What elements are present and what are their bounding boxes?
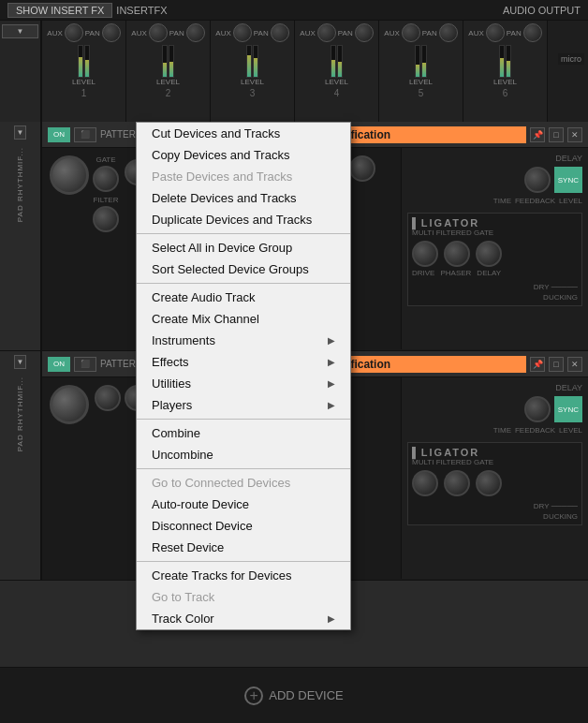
menu-item-disconnect[interactable]: Disconnect Device [137,515,350,537]
dev2-delay-sync-btn[interactable]: SYNC [554,396,582,422]
rack-channel-5: AUX PAN LEVEL 5 [379,21,463,124]
dev-track-label-1: PAD RHYTHMIF... [16,147,24,222]
ch-pan-knob-6[interactable] [523,23,542,42]
ch-meter-r-3 [253,45,258,78]
menu-item-combine[interactable]: Combine [137,422,350,444]
menu-label-createTracks: Create Tracks for Devices [152,568,292,583]
add-device-button[interactable]: + ADD DEVICE [244,686,343,705]
ch-pan-knob-1[interactable] [102,23,121,42]
filter-knob[interactable] [93,206,119,232]
drive-label: DRIVE [412,269,434,277]
delay-sync-knob[interactable] [524,167,551,193]
ch-meter-fill-r-5 [422,63,426,77]
delay-sublabel: DELAY [477,269,501,277]
dev-sidebar-2: ▼ PAD RHYTHMIF... [0,351,42,580]
menu-item-delete[interactable]: Delete Devices and Tracks [137,187,350,209]
ch-meters-6 [499,45,511,78]
delay-fb-controls: TIME FEEDBACK LEVEL [407,197,582,205]
dev-expand-btn-1[interactable]: □ [549,127,564,142]
ch-aux-knob-1[interactable] [65,23,83,42]
ch-aux-label-5: AUX [384,29,399,37]
menu-item-sortSelected[interactable]: Sort Selected Device Groups [137,258,350,280]
gate-knob[interactable] [93,166,119,192]
ch-aux-knob-3[interactable] [233,23,252,42]
ch-pan-knob-3[interactable] [271,23,289,42]
menu-item-createAudio[interactable]: Create Audio Track [137,287,350,308]
ch-meter-fill-l-5 [416,65,419,77]
show-insert-fx-button[interactable]: SHOW INSERT FX [7,3,112,18]
context-menu-overlay: Cut Devices and TracksCopy Devices and T… [136,122,351,630]
ch-number-4: 4 [334,88,340,98]
dev-on-btn-1[interactable]: ON [48,127,70,142]
menu-item-utilities[interactable]: Utilities▶ [137,373,350,394]
menu-item-effects[interactable]: Effects▶ [137,351,350,373]
aligator2-knob-drive[interactable] [412,470,438,496]
aligator-knob-drive[interactable] [412,241,438,267]
menu-item-uncombine[interactable]: Uncombine [137,444,350,465]
dev-off-btn-1[interactable]: ⬛ [74,127,96,142]
ch-aux-knob-6[interactable] [486,23,505,42]
menu-arrow-trackColor: ▶ [328,613,335,624]
menu-item-createTracks[interactable]: Create Tracks for Devices [137,565,350,586]
ch-aux-knob-5[interactable] [402,23,420,42]
dev-close-btn-2[interactable]: ✕ [567,357,582,372]
menu-item-cut[interactable]: Cut Devices and Tracks [137,123,350,144]
aligator-label: ▌LIGATOR [412,217,578,229]
ch-aux-knob-4[interactable] [317,23,336,42]
dev-big-knob-2[interactable] [50,385,89,424]
ch-level-label-2: LEVEL [156,78,180,86]
dev-expand-btn-2[interactable]: □ [549,357,564,372]
ch-meter-r-2 [169,45,174,78]
menu-item-createMix[interactable]: Create Mix Channel [137,308,350,330]
ch-meter-fill-r-1 [85,60,89,77]
ch-number-5: 5 [419,88,424,98]
ch-pan-label-3: PAN [254,29,269,37]
delay-sync-btn[interactable]: SYNC [554,167,582,193]
menu-item-autoRoute[interactable]: Auto-route Device [137,494,350,515]
menu-item-selectAll[interactable]: Select All in Device Group [137,237,350,258]
menu-label-selectAll: Select All in Device Group [152,241,292,255]
aligator-knob-phaser[interactable] [444,241,470,267]
menu-item-resetDevice[interactable]: Reset Device [137,537,350,558]
ch-pan-label-4: PAN [338,29,353,37]
dev2-knob-a[interactable] [95,385,121,411]
add-device-label: ADD DEVICE [269,688,343,702]
ch-meter-fill-l-3 [247,55,251,77]
aligator-block-2: ▌LIGATOR MULTI FILTERED GATE DRY ───── D… [407,442,582,525]
micro-label: micro [558,53,584,65]
ch-meter-r-1 [84,45,90,78]
dev-close-btn-1[interactable]: ✕ [567,127,582,142]
aligator2-dry: DRY ───── [412,502,578,510]
dev-big-knob-1[interactable] [50,155,89,195]
ch-row-aux-pan: AUX PAN [297,23,376,42]
ch-meter-fill-l-6 [500,58,504,77]
ch-pan-knob-2[interactable] [186,23,205,42]
ch-pan-knob-4[interactable] [355,23,374,42]
ch-row-aux-pan: AUX PAN [44,23,124,42]
dev-pin-btn-1[interactable]: 📌 [530,127,545,142]
dev-pin-btn-2[interactable]: 📌 [530,357,545,372]
ch-aux-knob-2[interactable] [149,23,168,42]
menu-item-trackColor[interactable]: Track Color▶ [137,608,350,629]
aligator-knob-delay[interactable] [476,241,502,267]
top-bar: SHOW INSERT FX INSERTFX AUDIO OUTPUT [0,0,588,21]
dev2-delay-label: DELAY [407,383,582,392]
dev-collapse-btn-1[interactable]: ▼ [14,125,27,140]
ch-pan-knob-5[interactable] [439,23,458,42]
menu-item-duplicate[interactable]: Duplicate Devices and Tracks [137,209,350,230]
rack-collapse-btn[interactable]: ▼ [2,24,38,38]
aligator2-knob-delay[interactable] [476,470,502,496]
menu-item-instruments[interactable]: Instruments▶ [137,330,350,351]
dev-on-btn-2[interactable]: ON [48,357,70,372]
dev2-delay-sync-knob[interactable] [524,396,551,422]
menu-item-players[interactable]: Players▶ [137,394,350,416]
dev-collapse-btn-2[interactable]: ▼ [14,355,27,369]
env-knob-3[interactable] [349,155,375,182]
dev-off-btn-2[interactable]: ⬛ [74,357,96,372]
aligator-sublabel: MULTI FILTERED GATE [412,229,578,237]
menu-label-goToConnected: Go to Connected Devices [152,476,290,490]
ch-row-aux-pan: AUX PAN [213,23,292,42]
aligator2-knob-phaser[interactable] [444,470,470,496]
menu-item-copy[interactable]: Copy Devices and Tracks [137,144,350,166]
aligator-sublabel-2: MULTI FILTERED GATE [412,458,578,466]
